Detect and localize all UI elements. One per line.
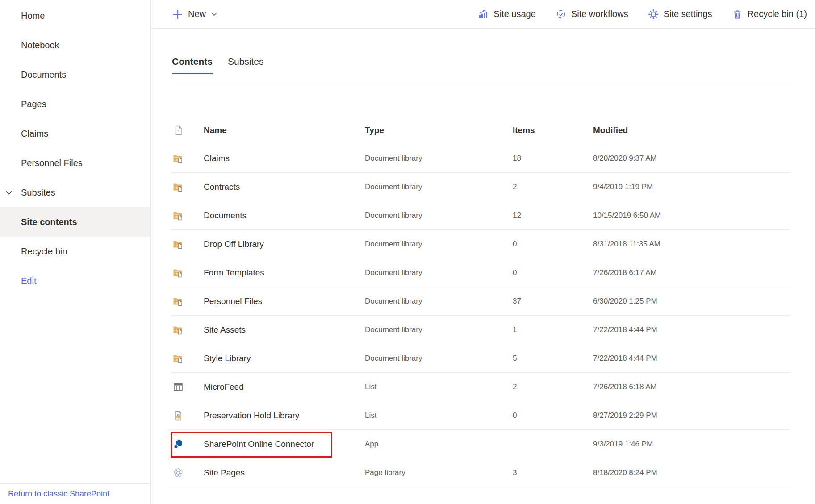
item-modified: 9/4/2019 1:19 PM — [593, 183, 790, 192]
pivot-tabs: Contents Subsites — [172, 56, 264, 74]
item-type: Document library — [365, 325, 513, 334]
item-count: 5 — [513, 354, 593, 363]
document-library-icon — [173, 325, 184, 335]
item-type: Page library — [365, 468, 513, 477]
item-name[interactable]: Personnel Files — [204, 296, 365, 306]
table-row[interactable]: Documents Document library 12 10/15/2019… — [172, 201, 790, 230]
table-row[interactable]: Form Templates Document library 0 7/26/2… — [172, 258, 790, 287]
item-name[interactable]: Claims — [204, 154, 365, 163]
document-library-icon — [173, 153, 184, 164]
sidebar-item-label: Recycle bin — [21, 246, 67, 257]
sidebar-footer: Return to classic SharePoint — [0, 483, 150, 504]
item-name[interactable]: Site Assets — [204, 325, 365, 335]
table-row[interactable]: Preservation Hold Library List 0 8/27/20… — [172, 401, 790, 430]
chevron-down-icon — [210, 10, 218, 18]
table-row[interactable]: Style Library Document library 5 7/22/20… — [172, 344, 790, 373]
item-count: 0 — [513, 268, 593, 277]
item-modified: 10/15/2019 6:50 AM — [593, 211, 790, 220]
plus-icon — [172, 8, 184, 20]
item-type: Document library — [365, 268, 513, 277]
item-count: 12 — [513, 211, 593, 220]
item-count: 1 — [513, 325, 593, 334]
item-count: 0 — [513, 411, 593, 420]
item-count: 37 — [513, 297, 593, 306]
contents-table: Name Type Items Modified Claims Document… — [172, 117, 790, 487]
site-settings-label: Site settings — [664, 9, 712, 19]
item-count: 3 — [513, 468, 593, 477]
item-count: 18 — [513, 154, 593, 163]
sidebar-item-label: Site contents — [21, 217, 77, 227]
sidebar-item-claims[interactable]: Claims — [0, 119, 150, 148]
sidebar-item-documents[interactable]: Documents — [0, 60, 150, 89]
item-type: Document library — [365, 240, 513, 249]
sidebar-item-subsites[interactable]: Subsites — [0, 178, 150, 207]
sidebar-item-recycle-bin[interactable]: Recycle bin — [0, 237, 150, 266]
item-modified: 7/22/2018 4:44 PM — [593, 354, 790, 363]
item-modified: 9/3/2019 1:46 PM — [593, 440, 790, 449]
document-library-icon — [173, 210, 184, 221]
column-header-name[interactable]: Name — [204, 125, 365, 135]
sidebar-item-notebook[interactable]: Notebook — [0, 30, 150, 60]
table-row[interactable]: Personnel Files Document library 37 6/30… — [172, 287, 790, 316]
item-type: Document library — [365, 354, 513, 363]
table-row[interactable]: Contracts Document library 2 9/4/2019 1:… — [172, 173, 790, 201]
item-modified: 8/31/2018 11:35 AM — [593, 240, 790, 249]
list-icon — [173, 382, 184, 392]
site-workflows-button[interactable]: Site workflows — [556, 9, 628, 20]
sidebar-item-personnel-files[interactable]: Personnel Files — [0, 148, 150, 178]
item-type: Document library — [365, 297, 513, 306]
new-button[interactable]: New — [172, 8, 218, 20]
item-name[interactable]: Documents — [204, 211, 365, 221]
column-header-type[interactable]: Type — [365, 125, 513, 135]
sidebar-item-home[interactable]: Home — [0, 1, 150, 30]
table-row[interactable]: MicroFeed List 2 7/26/2018 6:18 AM — [172, 373, 790, 401]
item-type: List — [365, 383, 513, 392]
table-row[interactable]: Site Assets Document library 1 7/22/2018… — [172, 316, 790, 344]
table-row[interactable]: Claims Document library 18 8/20/2020 9:3… — [172, 144, 790, 173]
file-type-column-icon-wrap — [172, 125, 204, 136]
item-type: List — [365, 411, 513, 420]
table-row[interactable]: Drop Off Library Document library 0 8/31… — [172, 230, 790, 258]
site-workflows-label: Site workflows — [571, 9, 628, 19]
table-header-row: Name Type Items Modified — [172, 117, 790, 144]
item-modified: 7/22/2018 4:44 PM — [593, 325, 790, 334]
sync-icon — [556, 9, 566, 20]
item-name[interactable]: Site Pages — [204, 468, 365, 478]
table-row[interactable]: Site Pages Page library 3 8/18/2020 8:24… — [172, 458, 790, 487]
item-name[interactable]: Preservation Hold Library — [204, 411, 365, 421]
item-name[interactable]: SharePoint Online Connector — [204, 439, 365, 449]
chevron-down-icon[interactable] — [4, 187, 14, 197]
item-name[interactable]: Contracts — [204, 182, 365, 192]
site-usage-button[interactable]: Site usage — [478, 9, 536, 20]
sidebar-nav: Home Notebook Documents Pages Claims Per… — [0, 1, 150, 296]
column-header-modified[interactable]: Modified — [593, 125, 790, 135]
recycle-bin-button[interactable]: Recycle bin (1) — [732, 9, 807, 20]
analytics-icon — [478, 9, 489, 20]
item-name[interactable]: Style Library — [204, 354, 365, 363]
return-to-classic-link[interactable]: Return to classic SharePoint — [8, 489, 109, 499]
sidebar: Home Notebook Documents Pages Claims Per… — [0, 0, 151, 504]
item-modified: 8/18/2020 8:24 PM — [593, 468, 790, 477]
tab-contents[interactable]: Contents — [172, 56, 213, 74]
sidebar-item-label: Notebook — [21, 40, 59, 50]
gear-icon — [648, 9, 659, 20]
sidebar-item-label: Subsites — [21, 187, 55, 198]
main-content: New Site usage Site workflows Site setti… — [151, 0, 815, 504]
table-row-highlighted[interactable]: SharePoint Online Connector App 9/3/2019… — [172, 430, 790, 458]
sidebar-item-pages[interactable]: Pages — [0, 89, 150, 119]
item-modified: 8/20/2020 9:37 AM — [593, 154, 790, 163]
item-name[interactable]: MicroFeed — [204, 382, 365, 392]
sidebar-item-edit[interactable]: Edit — [0, 266, 150, 296]
column-header-items[interactable]: Items — [513, 125, 593, 135]
sidebar-item-label: Documents — [21, 70, 66, 80]
sidebar-item-site-contents[interactable]: Site contents — [0, 207, 150, 237]
locked-document-icon — [173, 410, 184, 421]
sidebar-item-label: Pages — [21, 99, 46, 109]
item-name[interactable]: Drop Off Library — [204, 239, 365, 249]
item-name[interactable]: Form Templates — [204, 268, 365, 278]
tab-subsites[interactable]: Subsites — [228, 56, 264, 74]
item-type: App — [365, 440, 513, 449]
site-settings-button[interactable]: Site settings — [648, 9, 712, 20]
sidebar-item-label: Home — [21, 11, 45, 21]
document-library-icon — [173, 267, 184, 278]
